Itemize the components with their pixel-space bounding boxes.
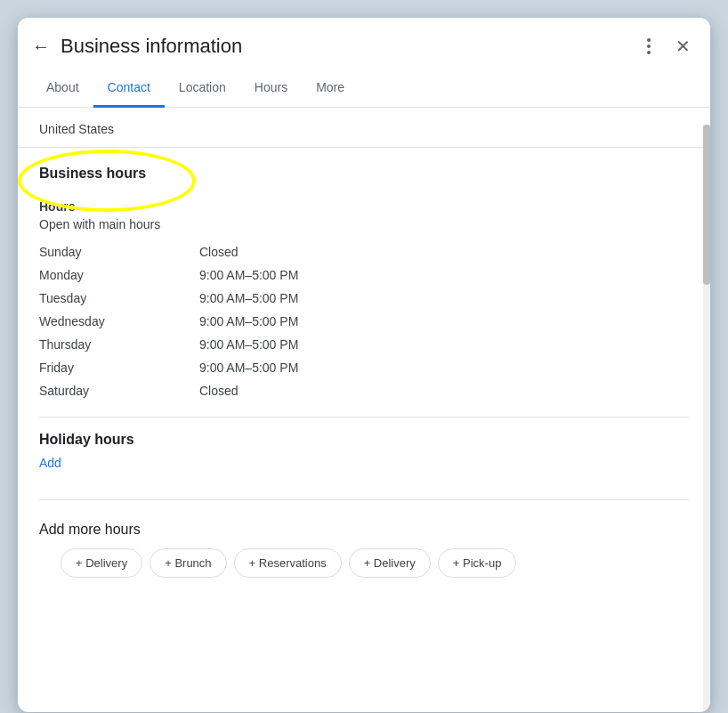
hours-wednesday: 9:00 AM–5:00 PM — [199, 310, 689, 333]
table-row: Wednesday 9:00 AM–5:00 PM — [39, 310, 689, 333]
day-saturday: Saturday — [39, 379, 199, 402]
holiday-hours-section: Holiday hours Add — [18, 432, 710, 485]
more-options-button[interactable] — [635, 32, 663, 61]
add-pickup-button[interactable]: + Pick-up — [438, 548, 517, 578]
add-holiday-hours-button[interactable]: Add — [39, 456, 61, 470]
holiday-hours-title: Holiday hours — [39, 432, 689, 448]
tab-hours[interactable]: Hours — [240, 69, 302, 108]
day-friday: Friday — [39, 356, 199, 379]
add-reservations-button[interactable]: + Reservations — [234, 548, 342, 578]
scrollbar-track — [703, 125, 710, 712]
table-row: Sunday Closed — [39, 240, 689, 263]
add-delivery2-button[interactable]: + Delivery — [349, 548, 431, 578]
day-tuesday: Tuesday — [39, 287, 199, 310]
header-actions: ✕ — [635, 30, 696, 62]
country-value: United States — [39, 122, 114, 136]
hours-thursday: 9:00 AM–5:00 PM — [199, 333, 689, 356]
tab-location[interactable]: Location — [165, 69, 240, 108]
divider-2 — [39, 499, 689, 500]
tab-more[interactable]: More — [302, 69, 359, 108]
hours-tuesday: 9:00 AM–5:00 PM — [199, 287, 689, 310]
hours-type: Open with main hours — [39, 217, 689, 231]
business-info-dialog: ← Business information ✕ About Contact L… — [18, 18, 710, 712]
hours-monday: 9:00 AM–5:00 PM — [199, 263, 689, 287]
hours-subsection: Hours Open with main hours Sunday Closed… — [18, 189, 710, 402]
dialog-header: ← Business information ✕ — [18, 18, 710, 62]
scrollbar-thumb[interactable] — [703, 125, 710, 285]
tab-contact[interactable]: Contact — [93, 69, 165, 108]
day-wednesday: Wednesday — [39, 310, 199, 333]
add-more-title: Add more hours — [39, 522, 689, 538]
add-brunch-button[interactable]: + Brunch — [150, 548, 226, 578]
divider-1 — [39, 417, 689, 417]
add-more-buttons: + Delivery + Brunch + Reservations + Del… — [39, 548, 689, 592]
country-section: United States — [18, 108, 710, 148]
business-hours-section: Business hours — [18, 148, 710, 189]
content-area: United States Business hours Hours Open … — [18, 108, 710, 712]
day-sunday: Sunday — [39, 240, 199, 263]
hours-label: Hours — [39, 199, 689, 214]
add-delivery-button[interactable]: + Delivery — [61, 548, 142, 578]
day-thursday: Thursday — [39, 333, 199, 356]
business-hours-title: Business hours — [39, 166, 146, 182]
day-monday: Monday — [39, 263, 199, 287]
hours-friday: 9:00 AM–5:00 PM — [199, 356, 689, 379]
add-more-hours-section: Add more hours + Delivery + Brunch + Res… — [18, 514, 710, 610]
three-dots-icon — [640, 37, 658, 55]
hours-saturday: Closed — [199, 379, 689, 402]
tabs-bar: About Contact Location Hours More — [18, 69, 710, 108]
table-row: Thursday 9:00 AM–5:00 PM — [39, 333, 689, 356]
dialog-title: Business information — [61, 35, 635, 58]
table-row: Monday 9:00 AM–5:00 PM — [39, 263, 689, 287]
close-button[interactable]: ✕ — [670, 30, 696, 62]
table-row: Tuesday 9:00 AM–5:00 PM — [39, 287, 689, 310]
hours-sunday: Closed — [199, 240, 689, 263]
hours-table: Sunday Closed Monday 9:00 AM–5:00 PM Tue… — [39, 240, 689, 402]
back-button[interactable]: ← — [32, 33, 57, 61]
table-row: Saturday Closed — [39, 379, 689, 402]
tab-about[interactable]: About — [32, 69, 93, 108]
table-row: Friday 9:00 AM–5:00 PM — [39, 356, 689, 379]
